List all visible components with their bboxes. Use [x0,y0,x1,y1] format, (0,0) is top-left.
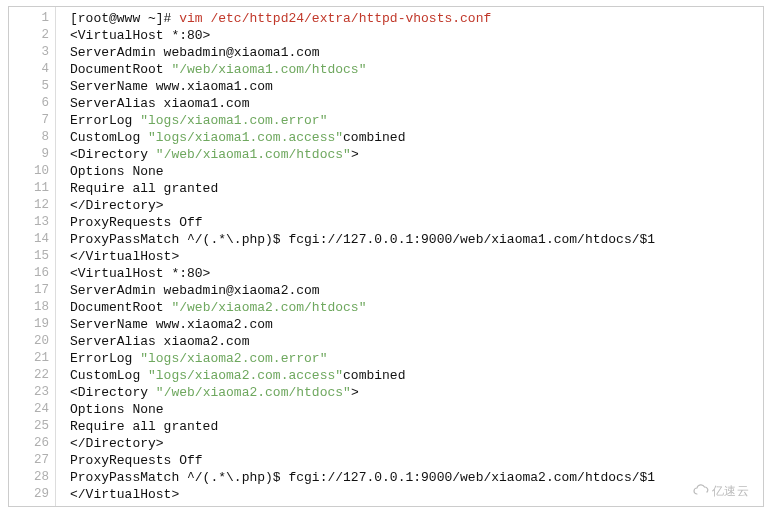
code-segment: Require all granted [70,419,218,434]
code-segment: </VirtualHost> [70,249,179,264]
code-segment: </VirtualHost> [70,487,179,502]
code-segment: ProxyRequests Off [70,453,203,468]
line-number: 13 [9,214,49,231]
code-line: ErrorLog "logs/xiaoma1.com.error" [70,112,763,129]
code-content: [root@www ~]# vim /etc/httpd24/extra/htt… [56,7,763,506]
code-line: ServerAlias xiaoma1.com [70,95,763,112]
code-segment: Options None [70,402,164,417]
code-segment: DocumentRoot [70,300,171,315]
code-line: </VirtualHost> [70,248,763,265]
line-number: 7 [9,112,49,129]
code-segment: combined [343,368,405,383]
code-segment: ProxyRequests Off [70,215,203,230]
code-segment: CustomLog [70,368,148,383]
code-segment: combined [343,130,405,145]
code-line: [root@www ~]# vim /etc/httpd24/extra/htt… [70,10,763,27]
line-number: 15 [9,248,49,265]
code-line: <VirtualHost *:80> [70,265,763,282]
code-line: <VirtualHost *:80> [70,27,763,44]
code-segment: ServerName www.xiaoma1.com [70,79,273,94]
code-segment: </Directory> [70,198,164,213]
code-segment: Options None [70,164,164,179]
code-line: ServerName www.xiaoma2.com [70,316,763,333]
line-number-gutter: 1234567891011121314151617181920212223242… [9,7,56,506]
line-number: 28 [9,469,49,486]
line-number: 1 [9,10,49,27]
code-segment: ErrorLog [70,351,140,366]
code-segment: > [351,385,359,400]
code-segment: > [351,147,359,162]
line-number: 23 [9,384,49,401]
code-segment: [root@www ~]# [70,11,179,26]
line-number: 16 [9,265,49,282]
line-number: 9 [9,146,49,163]
line-number: 25 [9,418,49,435]
line-number: 19 [9,316,49,333]
line-number: 6 [9,95,49,112]
code-line: CustomLog "logs/xiaoma1.com.access"combi… [70,129,763,146]
code-block: 1234567891011121314151617181920212223242… [8,6,764,507]
code-line: </VirtualHost> [70,486,763,503]
code-line: Require all granted [70,418,763,435]
code-segment: </Directory> [70,436,164,451]
code-line: ServerAdmin webadmin@xiaoma1.com [70,44,763,61]
line-number: 14 [9,231,49,248]
code-segment: "/web/xiaoma2.com/htdocs" [171,300,366,315]
code-segment: ProxyPassMatch ^/(.*\.php)$ fcgi://127.0… [70,470,655,485]
line-number: 2 [9,27,49,44]
code-line: </Directory> [70,197,763,214]
line-number: 11 [9,180,49,197]
line-number: 26 [9,435,49,452]
code-segment: ServerAlias xiaoma2.com [70,334,249,349]
code-segment: "logs/xiaoma2.com.access" [148,368,343,383]
line-number: 5 [9,78,49,95]
code-segment: "/web/xiaoma1.com/htdocs" [171,62,366,77]
line-number: 4 [9,61,49,78]
code-segment: DocumentRoot [70,62,171,77]
code-line: </Directory> [70,435,763,452]
line-number: 29 [9,486,49,503]
code-line: Options None [70,163,763,180]
code-line: <Directory "/web/xiaoma2.com/htdocs"> [70,384,763,401]
code-segment: ServerAdmin webadmin@xiaoma1.com [70,45,320,60]
code-line: Options None [70,401,763,418]
code-segment: "logs/xiaoma2.com.error" [140,351,327,366]
code-line: ServerAdmin webadmin@xiaoma2.com [70,282,763,299]
code-segment: <VirtualHost *:80> [70,28,210,43]
code-line: DocumentRoot "/web/xiaoma1.com/htdocs" [70,61,763,78]
line-number: 27 [9,452,49,469]
line-number: 24 [9,401,49,418]
code-line: DocumentRoot "/web/xiaoma2.com/htdocs" [70,299,763,316]
code-segment: ServerAdmin webadmin@xiaoma2.com [70,283,320,298]
code-line: ErrorLog "logs/xiaoma2.com.error" [70,350,763,367]
code-line: ServerName www.xiaoma1.com [70,78,763,95]
line-number: 17 [9,282,49,299]
code-line: ProxyRequests Off [70,214,763,231]
code-segment: <Directory [70,385,156,400]
line-number: 21 [9,350,49,367]
code-segment: "/web/xiaoma1.com/htdocs" [156,147,351,162]
line-number: 10 [9,163,49,180]
code-segment: "logs/xiaoma1.com.access" [148,130,343,145]
code-line: <Directory "/web/xiaoma1.com/htdocs"> [70,146,763,163]
code-segment: "/web/xiaoma2.com/htdocs" [156,385,351,400]
code-segment: vim /etc/httpd24/extra/httpd-vhosts.conf [179,11,491,26]
code-segment: <Directory [70,147,156,162]
line-number: 18 [9,299,49,316]
code-line: ProxyPassMatch ^/(.*\.php)$ fcgi://127.0… [70,231,763,248]
code-segment: Require all granted [70,181,218,196]
code-segment: <VirtualHost *:80> [70,266,210,281]
code-segment: ErrorLog [70,113,140,128]
code-segment: ServerName www.xiaoma2.com [70,317,273,332]
code-segment: ProxyPassMatch ^/(.*\.php)$ fcgi://127.0… [70,232,655,247]
code-line: ProxyRequests Off [70,452,763,469]
line-number: 12 [9,197,49,214]
line-number: 8 [9,129,49,146]
code-segment: "logs/xiaoma1.com.error" [140,113,327,128]
code-line: ProxyPassMatch ^/(.*\.php)$ fcgi://127.0… [70,469,763,486]
code-segment: ServerAlias xiaoma1.com [70,96,249,111]
code-line: Require all granted [70,180,763,197]
line-number: 3 [9,44,49,61]
code-line: ServerAlias xiaoma2.com [70,333,763,350]
line-number: 22 [9,367,49,384]
